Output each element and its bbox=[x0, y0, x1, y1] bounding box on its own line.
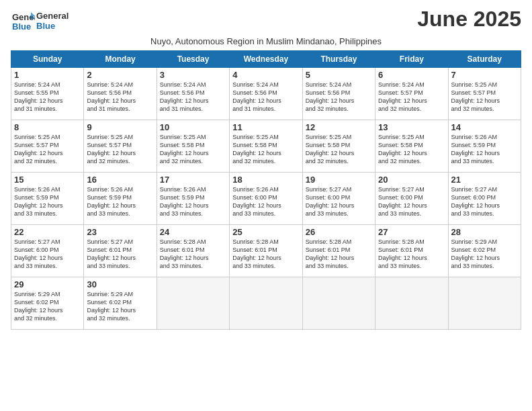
calendar-cell: 7Sunrise: 5:25 AMSunset: 5:57 PMDaylight… bbox=[448, 68, 521, 120]
calendar-cell bbox=[448, 277, 521, 330]
calendar-cell: 5Sunrise: 5:24 AMSunset: 5:56 PMDaylight… bbox=[302, 68, 375, 120]
calendar-cell: 25Sunrise: 5:28 AMSunset: 6:01 PMDayligh… bbox=[230, 225, 302, 277]
page: General Blue General Blue June 2025 Nuyo… bbox=[0, 0, 532, 411]
cell-info: Sunrise: 5:24 AMSunset: 5:55 PMDaylight:… bbox=[14, 81, 81, 113]
calendar-cell: 27Sunrise: 5:28 AMSunset: 6:01 PMDayligh… bbox=[375, 225, 448, 277]
calendar-cell: 13Sunrise: 5:25 AMSunset: 5:58 PMDayligh… bbox=[375, 120, 448, 173]
header: General Blue General Blue June 2025 bbox=[11, 7, 521, 34]
day-number: 21 bbox=[451, 175, 518, 185]
day-number: 1 bbox=[14, 70, 81, 80]
calendar-cell: 24Sunrise: 5:28 AMSunset: 6:01 PMDayligh… bbox=[157, 225, 229, 277]
day-number: 29 bbox=[14, 279, 81, 289]
calendar-week-3: 15Sunrise: 5:26 AMSunset: 5:59 PMDayligh… bbox=[11, 173, 521, 225]
calendar-cell: 10Sunrise: 5:25 AMSunset: 5:58 PMDayligh… bbox=[157, 120, 229, 173]
day-number: 4 bbox=[232, 70, 299, 80]
cell-info: Sunrise: 5:25 AMSunset: 5:57 PMDaylight:… bbox=[14, 133, 81, 166]
calendar-cell: 16Sunrise: 5:26 AMSunset: 5:59 PMDayligh… bbox=[84, 173, 157, 225]
calendar-cell: 12Sunrise: 5:25 AMSunset: 5:58 PMDayligh… bbox=[302, 120, 375, 173]
calendar-cell bbox=[302, 277, 375, 330]
cell-info: Sunrise: 5:25 AMSunset: 5:58 PMDaylight:… bbox=[378, 133, 445, 166]
day-number: 16 bbox=[87, 175, 153, 185]
calendar-cell: 4Sunrise: 5:24 AMSunset: 5:56 PMDaylight… bbox=[230, 68, 302, 120]
cell-info: Sunrise: 5:24 AMSunset: 5:56 PMDaylight:… bbox=[87, 81, 153, 113]
day-number: 13 bbox=[378, 122, 445, 132]
cell-info: Sunrise: 5:24 AMSunset: 5:56 PMDaylight:… bbox=[232, 81, 299, 113]
cell-info: Sunrise: 5:29 AMSunset: 6:02 PMDaylight:… bbox=[14, 290, 81, 323]
day-number: 20 bbox=[378, 175, 445, 185]
cell-info: Sunrise: 5:26 AMSunset: 5:59 PMDaylight:… bbox=[87, 185, 153, 218]
cell-info: Sunrise: 5:27 AMSunset: 6:00 PMDaylight:… bbox=[378, 185, 445, 218]
day-number: 24 bbox=[160, 227, 226, 237]
day-number: 11 bbox=[232, 122, 299, 132]
subtitle: Nuyo, Autonomous Region in Muslim Mindan… bbox=[11, 36, 521, 46]
calendar-cell: 6Sunrise: 5:24 AMSunset: 5:57 PMDaylight… bbox=[375, 68, 448, 120]
calendar-cell: 28Sunrise: 5:29 AMSunset: 6:02 PMDayligh… bbox=[448, 225, 521, 277]
calendar-week-1: 1Sunrise: 5:24 AMSunset: 5:55 PMDaylight… bbox=[11, 68, 521, 120]
day-number: 28 bbox=[451, 227, 518, 237]
cell-info: Sunrise: 5:26 AMSunset: 6:00 PMDaylight:… bbox=[232, 185, 299, 218]
day-number: 7 bbox=[451, 70, 518, 80]
day-number: 30 bbox=[87, 279, 153, 289]
day-number: 5 bbox=[306, 70, 372, 80]
svg-text:Blue: Blue bbox=[12, 21, 31, 32]
header-tuesday: Tuesday bbox=[157, 51, 229, 68]
calendar-week-4: 22Sunrise: 5:27 AMSunset: 6:00 PMDayligh… bbox=[11, 225, 521, 277]
calendar-week-5: 29Sunrise: 5:29 AMSunset: 6:02 PMDayligh… bbox=[11, 277, 521, 330]
header-wednesday: Wednesday bbox=[230, 51, 302, 68]
calendar-cell: 8Sunrise: 5:25 AMSunset: 5:57 PMDaylight… bbox=[11, 120, 84, 173]
day-number: 15 bbox=[14, 175, 81, 185]
day-number: 17 bbox=[160, 175, 226, 185]
header-sunday: Sunday bbox=[11, 51, 84, 68]
day-number: 6 bbox=[378, 70, 445, 80]
day-number: 19 bbox=[306, 175, 372, 185]
cell-info: Sunrise: 5:28 AMSunset: 6:01 PMDaylight:… bbox=[160, 238, 226, 271]
cell-info: Sunrise: 5:24 AMSunset: 5:57 PMDaylight:… bbox=[378, 81, 445, 113]
day-number: 2 bbox=[87, 70, 153, 80]
day-number: 12 bbox=[306, 122, 372, 132]
calendar-cell: 2Sunrise: 5:24 AMSunset: 5:56 PMDaylight… bbox=[84, 68, 157, 120]
day-number: 9 bbox=[87, 122, 153, 132]
header-monday: Monday bbox=[84, 51, 157, 68]
day-number: 3 bbox=[160, 70, 226, 80]
header-saturday: Saturday bbox=[448, 51, 521, 68]
cell-info: Sunrise: 5:26 AMSunset: 5:59 PMDaylight:… bbox=[160, 185, 226, 218]
cell-info: Sunrise: 5:25 AMSunset: 5:58 PMDaylight:… bbox=[232, 133, 299, 166]
calendar-cell: 19Sunrise: 5:27 AMSunset: 6:00 PMDayligh… bbox=[302, 173, 375, 225]
calendar-cell: 21Sunrise: 5:27 AMSunset: 6:00 PMDayligh… bbox=[448, 173, 521, 225]
cell-info: Sunrise: 5:24 AMSunset: 5:56 PMDaylight:… bbox=[306, 81, 372, 113]
calendar-week-2: 8Sunrise: 5:25 AMSunset: 5:57 PMDaylight… bbox=[11, 120, 521, 173]
cell-info: Sunrise: 5:25 AMSunset: 5:58 PMDaylight:… bbox=[160, 133, 226, 166]
calendar-cell: 3Sunrise: 5:24 AMSunset: 5:56 PMDaylight… bbox=[157, 68, 229, 120]
calendar-cell bbox=[157, 277, 229, 330]
calendar-cell: 17Sunrise: 5:26 AMSunset: 5:59 PMDayligh… bbox=[157, 173, 229, 225]
cell-info: Sunrise: 5:25 AMSunset: 5:57 PMDaylight:… bbox=[451, 81, 518, 113]
cell-info: Sunrise: 5:27 AMSunset: 6:00 PMDaylight:… bbox=[451, 185, 518, 218]
cell-info: Sunrise: 5:26 AMSunset: 5:59 PMDaylight:… bbox=[451, 133, 518, 166]
calendar-cell: 14Sunrise: 5:26 AMSunset: 5:59 PMDayligh… bbox=[448, 120, 521, 173]
calendar-cell: 30Sunrise: 5:29 AMSunset: 6:02 PMDayligh… bbox=[84, 277, 157, 330]
cell-info: Sunrise: 5:27 AMSunset: 6:00 PMDaylight:… bbox=[14, 238, 81, 271]
day-number: 23 bbox=[87, 227, 153, 237]
calendar-cell: 22Sunrise: 5:27 AMSunset: 6:00 PMDayligh… bbox=[11, 225, 84, 277]
calendar-cell: 26Sunrise: 5:28 AMSunset: 6:01 PMDayligh… bbox=[302, 225, 375, 277]
cell-info: Sunrise: 5:28 AMSunset: 6:01 PMDaylight:… bbox=[378, 238, 445, 271]
cell-info: Sunrise: 5:26 AMSunset: 5:59 PMDaylight:… bbox=[14, 185, 81, 218]
days-header-row: Sunday Monday Tuesday Wednesday Thursday… bbox=[11, 51, 521, 68]
logo-blue: Blue bbox=[36, 21, 69, 32]
day-number: 18 bbox=[232, 175, 299, 185]
calendar-table: Sunday Monday Tuesday Wednesday Thursday… bbox=[11, 50, 521, 330]
day-number: 10 bbox=[160, 122, 226, 132]
cell-info: Sunrise: 5:28 AMSunset: 6:01 PMDaylight:… bbox=[306, 238, 372, 271]
calendar-cell: 23Sunrise: 5:27 AMSunset: 6:01 PMDayligh… bbox=[84, 225, 157, 277]
logo-general: General bbox=[36, 11, 69, 21]
calendar-cell: 15Sunrise: 5:26 AMSunset: 5:59 PMDayligh… bbox=[11, 173, 84, 225]
calendar-cell: 11Sunrise: 5:25 AMSunset: 5:58 PMDayligh… bbox=[230, 120, 302, 173]
calendar-cell bbox=[375, 277, 448, 330]
calendar-cell: 1Sunrise: 5:24 AMSunset: 5:55 PMDaylight… bbox=[11, 68, 84, 120]
calendar-cell: 20Sunrise: 5:27 AMSunset: 6:00 PMDayligh… bbox=[375, 173, 448, 225]
cell-info: Sunrise: 5:29 AMSunset: 6:02 PMDaylight:… bbox=[451, 238, 518, 271]
header-friday: Friday bbox=[375, 51, 448, 68]
calendar-cell bbox=[230, 277, 302, 330]
cell-info: Sunrise: 5:25 AMSunset: 5:57 PMDaylight:… bbox=[87, 133, 153, 166]
day-number: 14 bbox=[451, 122, 518, 132]
